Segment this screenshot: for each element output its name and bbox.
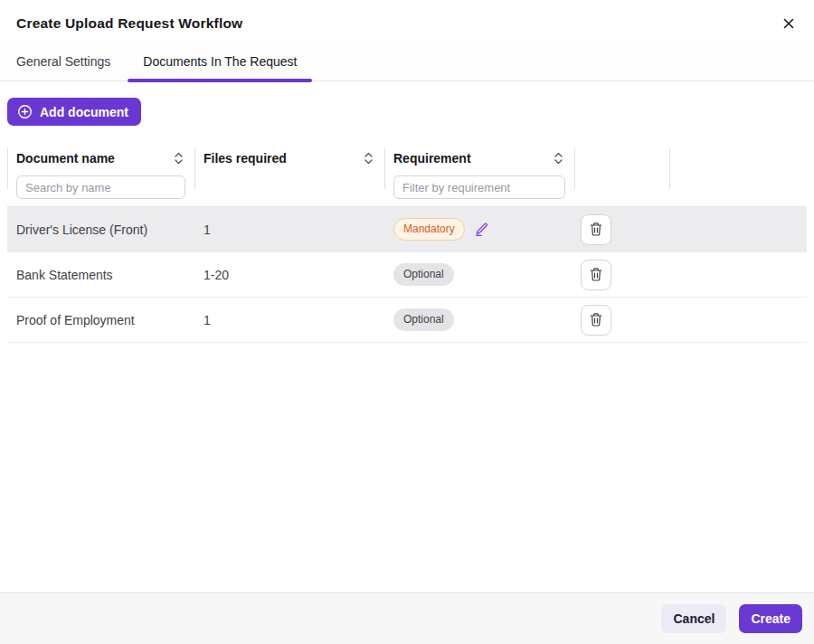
pencil-icon [474,222,489,237]
create-button[interactable]: Create [739,604,802,633]
files-required-cell: 1 [194,223,384,237]
table-row: Bank Statements 1-20 Optional [7,252,807,298]
document-name-cell: Driver's License (Front) [7,223,194,237]
table-row: Driver's License (Front) 1 Mandatory [7,207,807,252]
files-required-cell: 1-20 [194,268,384,282]
table-row: Proof of Employment 1 Optional [7,298,807,343]
actions-cell [574,260,669,290]
files-required-cell: 1 [194,313,384,327]
trash-icon [589,222,603,237]
delete-row-button[interactable] [581,214,611,245]
document-name-cell: Proof of Employment [7,313,194,327]
sort-chevrons-icon [364,151,374,166]
add-document-button[interactable]: Add document [7,98,141,126]
close-button[interactable] [778,13,800,34]
tab-bar: General Settings Documents In The Reques… [0,42,814,81]
page-title: Create Upload Request Workflow [16,15,242,32]
toolbar: Add document [0,81,814,143]
edit-requirement-button[interactable] [474,222,489,237]
requirement-badge: Optional [393,263,454,286]
modal-footer: Cancel Create [0,592,814,644]
plus-circle-icon [17,104,33,119]
column-header-actions [574,143,669,206]
trash-icon [589,267,603,282]
actions-cell [574,305,669,336]
delete-row-button[interactable] [581,260,611,290]
tab-general-settings[interactable]: General Settings [0,42,127,81]
close-icon [782,17,795,30]
documents-table: Document name Files required [7,143,807,343]
sort-chevrons-icon [554,151,563,166]
search-by-name-input[interactable] [16,175,185,199]
table-header: Document name Files required [7,143,807,207]
cancel-button[interactable]: Cancel [661,604,726,633]
column-header-files-required: Files required [194,143,384,206]
sort-button[interactable] [174,151,184,166]
tab-label: Documents In The Request [143,54,297,69]
requirement-cell: Optional [384,263,574,286]
sort-button[interactable] [364,151,374,166]
column-header-spacer [669,143,807,206]
actions-cell [574,214,669,245]
modal-header: Create Upload Request Workflow [0,0,814,42]
sort-chevrons-icon [174,151,184,166]
column-label: Files required [204,151,287,166]
filter-by-requirement-input[interactable] [393,175,565,199]
requirement-cell: Optional [384,308,574,331]
trash-icon [589,312,603,327]
requirement-badge: Mandatory [393,218,465,241]
add-document-label: Add document [40,105,128,119]
requirement-cell: Mandatory [384,218,574,241]
column-header-requirement: Requirement [384,143,574,206]
sort-button[interactable] [554,151,563,166]
requirement-badge: Optional [393,308,454,331]
delete-row-button[interactable] [581,305,611,336]
column-label: Document name [16,151,115,166]
column-header-document-name: Document name [7,143,194,206]
column-label: Requirement [393,151,471,166]
document-name-cell: Bank Statements [7,268,194,282]
tab-label: General Settings [16,54,110,69]
tab-documents-in-the-request[interactable]: Documents In The Request [127,42,313,81]
